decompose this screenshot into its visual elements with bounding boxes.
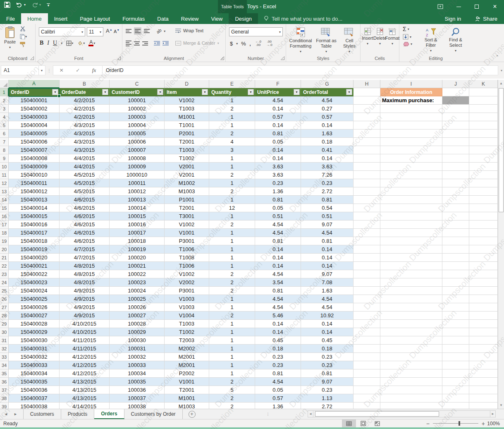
grid-cell[interactable]: 1 bbox=[209, 361, 255, 369]
shrink-font-icon[interactable]: A▼ bbox=[114, 29, 119, 34]
grid-cell[interactable] bbox=[442, 204, 469, 212]
grid-cell[interactable]: 4.54 bbox=[255, 295, 301, 303]
grid-cell[interactable]: 4/9/2015 bbox=[60, 295, 110, 303]
grid-cell[interactable]: 0.81 bbox=[301, 237, 354, 245]
grid-cell[interactable]: 100037 bbox=[110, 394, 165, 403]
vertical-scrollbar[interactable]: ▲ ▼ bbox=[498, 80, 504, 409]
grid-cell[interactable]: 150400037 bbox=[9, 394, 60, 403]
column-header-g[interactable]: G bbox=[301, 80, 354, 88]
filter-button-customerid[interactable]: ▼ bbox=[157, 89, 163, 95]
grid-cell[interactable]: 0.81 bbox=[255, 369, 301, 378]
grid-cell[interactable]: 1 bbox=[209, 196, 255, 204]
grid-cell[interactable]: 150400016 bbox=[9, 220, 60, 229]
grid-cell[interactable]: 10.92 bbox=[301, 312, 354, 320]
grid-cell[interactable]: T3001 bbox=[165, 212, 209, 220]
grid-cell[interactable]: 0.81 bbox=[255, 237, 301, 245]
row-header-23[interactable]: 23 bbox=[0, 270, 9, 278]
ribbon-display-options-icon[interactable] bbox=[431, 0, 449, 13]
grid-cell[interactable] bbox=[380, 378, 442, 386]
grid-cell[interactable]: 0.54 bbox=[301, 204, 354, 212]
grid-cell[interactable] bbox=[442, 287, 469, 295]
grid-cell[interactable]: 3.63 bbox=[255, 171, 301, 179]
grid-cell[interactable]: 0.18 bbox=[301, 138, 354, 146]
grid-cell[interactable] bbox=[469, 303, 498, 312]
row-header-2[interactable]: 2 bbox=[0, 96, 9, 105]
underline-button[interactable]: U bbox=[53, 40, 57, 46]
grid-cell[interactable]: 4/7/2015 bbox=[60, 254, 110, 262]
italic-button[interactable]: I bbox=[47, 40, 49, 46]
grid-cell[interactable]: V1004 bbox=[165, 312, 209, 320]
grid-cell[interactable] bbox=[354, 88, 380, 96]
grid-cell[interactable]: 1.63 bbox=[301, 287, 354, 295]
grid-cell[interactable]: 0.14 bbox=[301, 328, 354, 336]
grid-cell[interactable] bbox=[354, 378, 380, 386]
grid-cell[interactable] bbox=[354, 270, 380, 278]
grid-cell[interactable]: 4/13/2015 bbox=[60, 378, 110, 386]
grid-cell[interactable] bbox=[442, 163, 469, 171]
grid-cell[interactable]: 3.63 bbox=[255, 163, 301, 171]
grid-cell[interactable] bbox=[354, 171, 380, 179]
grid-cell[interactable]: 9.07 bbox=[301, 220, 354, 229]
zoom-slider[interactable] bbox=[433, 423, 478, 424]
table-header-customerid[interactable]: CustomerID▼ bbox=[110, 88, 165, 96]
grid-cell[interactable] bbox=[469, 121, 498, 129]
collapse-ribbon-icon[interactable]: ⌃ bbox=[496, 55, 499, 59]
new-sheet-button[interactable]: + bbox=[189, 411, 196, 418]
grid-cell[interactable]: 150400005 bbox=[9, 129, 60, 138]
grid-cell[interactable]: 150400031 bbox=[9, 345, 60, 353]
grid-cell[interactable]: 4/13/2015 bbox=[60, 386, 110, 394]
next-sheet-icon[interactable]: ► bbox=[14, 412, 17, 416]
grid-cell[interactable] bbox=[354, 312, 380, 320]
grid-cell[interactable] bbox=[380, 229, 442, 237]
grid-cell[interactable]: 1 bbox=[209, 353, 255, 361]
grid-cell[interactable]: V1002 bbox=[165, 270, 209, 278]
grid-cell[interactable] bbox=[442, 254, 469, 262]
grid-cell[interactable]: 150400012 bbox=[9, 187, 60, 196]
answer-cell[interactable] bbox=[442, 96, 469, 105]
table-header-ordertotal[interactable]: OrderTotal▼ bbox=[301, 88, 354, 96]
grid-cell[interactable]: 100026 bbox=[110, 303, 165, 312]
filter-button-orderid[interactable]: ▼ bbox=[52, 89, 58, 95]
grid-cell[interactable]: 2 bbox=[209, 403, 255, 409]
grid-cell[interactable]: T1003 bbox=[165, 146, 209, 154]
grid-cell[interactable] bbox=[380, 171, 442, 179]
grid-cell[interactable] bbox=[380, 295, 442, 303]
grid-cell[interactable]: V1002 bbox=[165, 96, 209, 105]
grid-cell[interactable]: 1 bbox=[209, 96, 255, 105]
grid-cell[interactable] bbox=[469, 129, 498, 138]
grid-cell[interactable]: 7.26 bbox=[301, 171, 354, 179]
row-header-15[interactable]: 15 bbox=[0, 204, 9, 212]
grid-cell[interactable]: 0.14 bbox=[301, 254, 354, 262]
grid-cell[interactable] bbox=[469, 278, 498, 287]
grid-cell[interactable]: 4/12/2015 bbox=[60, 361, 110, 369]
grid-cell[interactable]: 100018 bbox=[110, 237, 165, 245]
table-header-orderid[interactable]: OrderID▼ bbox=[9, 88, 60, 96]
grid-cell[interactable] bbox=[442, 361, 469, 369]
grid-cell[interactable]: 100028 bbox=[110, 320, 165, 328]
grid-cell[interactable]: 0.45 bbox=[255, 336, 301, 345]
grid-cell[interactable]: 100033 bbox=[110, 361, 165, 369]
grid-cell[interactable]: 4.54 bbox=[255, 378, 301, 386]
customize-qat-icon[interactable]: ▾ bbox=[47, 3, 50, 6]
grid-cell[interactable] bbox=[469, 229, 498, 237]
grid-cell[interactable]: 100012 bbox=[110, 187, 165, 196]
grid-cell[interactable] bbox=[380, 154, 442, 163]
grid-cell[interactable] bbox=[380, 320, 442, 328]
grid-cell[interactable]: 150400011 bbox=[9, 179, 60, 187]
grid-cell[interactable]: 4/8/2015 bbox=[60, 278, 110, 287]
grid-cell[interactable]: 100022 bbox=[110, 270, 165, 278]
grid-cell[interactable]: T1006 bbox=[165, 245, 209, 254]
grid-cell[interactable] bbox=[442, 245, 469, 254]
grid-cell[interactable] bbox=[442, 270, 469, 278]
grid-cell[interactable] bbox=[380, 237, 442, 245]
grid-cell[interactable]: 4.54 bbox=[255, 220, 301, 229]
grid-cell[interactable] bbox=[469, 369, 498, 378]
grid-cell[interactable]: 0.14 bbox=[255, 320, 301, 328]
grid-cell[interactable]: 4/3/2015 bbox=[60, 146, 110, 154]
row-header-21[interactable]: 21 bbox=[0, 254, 9, 262]
number-format-select[interactable]: General▾ bbox=[229, 27, 283, 36]
column-header-j[interactable]: J bbox=[442, 80, 469, 88]
tab-home[interactable]: Home bbox=[21, 13, 48, 24]
grid-cell[interactable]: 0.18 bbox=[255, 345, 301, 353]
align-top-icon[interactable] bbox=[126, 28, 131, 34]
